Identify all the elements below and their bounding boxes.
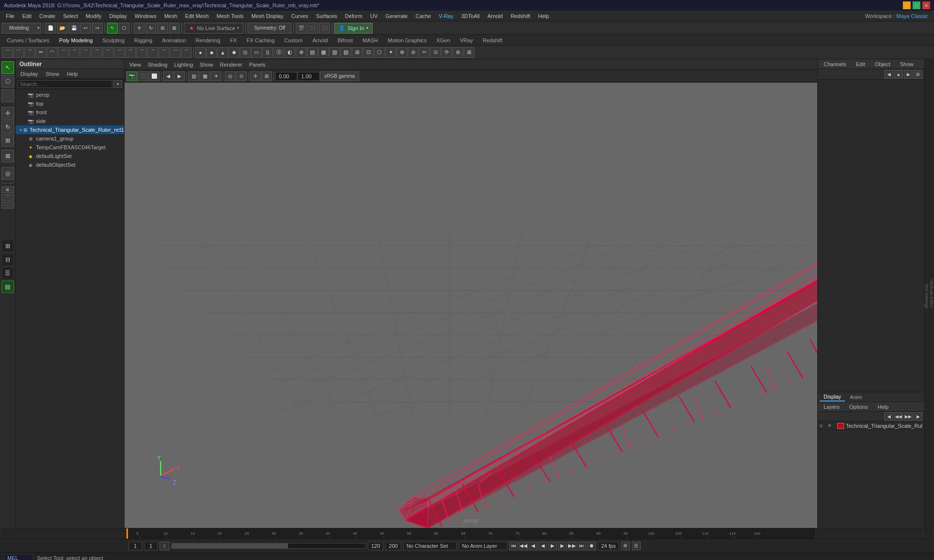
menu-select[interactable]: Select — [59, 12, 82, 20]
tree-item-main-mesh[interactable]: ▾ ▦ Technical_Triangular_Scale_Ruler_nct… — [16, 125, 124, 134]
vp-menu-shading[interactable]: Shading — [145, 61, 170, 69]
menu-redshift[interactable]: Redshift — [507, 12, 534, 20]
grid-icon[interactable]: ⊟ — [1, 253, 14, 266]
tab-poly-modeling[interactable]: Poly Modeling — [54, 36, 97, 44]
tree-item-side[interactable]: 📷 side — [16, 117, 124, 125]
playback-options-2[interactable]: ☰ — [632, 542, 641, 550]
tab-xgen[interactable]: XGen — [431, 36, 455, 44]
step-back-button[interactable]: ◀◀ — [519, 542, 528, 550]
diamond-tool[interactable]: ◆ — [229, 47, 239, 58]
vp-menu-panels[interactable]: Panels — [246, 61, 269, 69]
tab-bifrost[interactable]: Bifrost — [333, 36, 358, 44]
nurbs-tool-13[interactable]: ⊗ — [396, 47, 407, 58]
curve-tool-17[interactable]: ⌒ — [181, 47, 192, 58]
menu-help[interactable]: Help — [534, 12, 553, 20]
tree-item-front[interactable]: 📷 front — [16, 108, 124, 117]
vp-menu-lighting[interactable]: Lighting — [171, 61, 196, 69]
move-icon[interactable]: ✛ — [1, 107, 14, 120]
menu-windows[interactable]: Windows — [131, 12, 161, 20]
vp-next-icon[interactable]: ▶ — [174, 71, 185, 81]
playback-end-label[interactable]: 120 — [368, 542, 383, 550]
sign-in-button[interactable]: 👤 Sign In ▾ — [334, 23, 372, 34]
scale-icon[interactable]: ⊞ — [1, 134, 14, 147]
menu-create[interactable]: Create — [36, 12, 59, 20]
menu-deform[interactable]: Deform — [341, 12, 366, 20]
play-forward-button[interactable]: ▶ — [548, 542, 557, 550]
cb-channels-menu[interactable]: Channels — [821, 60, 849, 68]
tab-custom[interactable]: Custom — [279, 36, 307, 44]
nurbs-tool-15[interactable]: ✂ — [419, 47, 430, 58]
vp-bb-icon[interactable]: ⬛ — [138, 71, 148, 81]
timeline-icon[interactable]: ▤ — [1, 280, 14, 293]
outliner-search-button[interactable]: ▾ — [113, 80, 122, 88]
cone-tool[interactable]: ▲ — [217, 47, 228, 58]
far-right-tab-2[interactable]: Tool Settings — [924, 281, 929, 311]
scale-tool[interactable]: ⊞ — [157, 23, 168, 34]
vp-menu-view[interactable]: View — [126, 61, 144, 69]
tab-motion-graphics[interactable]: Motion Graphics — [383, 36, 431, 44]
render-icons-3[interactable]: ⬛ — [319, 23, 330, 34]
layer-back-icon[interactable]: ◀◀ — [894, 412, 903, 421]
curve-tool-7[interactable]: ⌒ — [69, 47, 80, 58]
playback-options-1[interactable]: ⚙ — [621, 542, 630, 550]
torus-tool[interactable]: ◎ — [240, 47, 251, 58]
far-right-tab[interactable]: Attribute Editor — [929, 277, 934, 310]
curve-tool-10[interactable]: ⌒ — [103, 47, 113, 58]
viewport-canvas[interactable]: X Y Z persp — [125, 83, 817, 528]
curve-tool-12[interactable]: ⌒ — [125, 47, 136, 58]
frame-start-input[interactable]: 1 — [128, 542, 142, 550]
curve-tool-11[interactable]: ⌒ — [114, 47, 125, 58]
rp-next-icon[interactable]: ▶ — [904, 70, 913, 79]
move-tool[interactable]: ✛ — [134, 23, 144, 34]
rotate-tool[interactable]: ↻ — [145, 23, 156, 34]
nurbs-tool-7[interactable]: ▧ — [329, 47, 340, 58]
ep-curve-tool[interactable]: ⌒ — [13, 47, 24, 58]
vp-grid-icon[interactable]: ⊞ — [261, 71, 272, 81]
outliner-display-menu[interactable]: Display — [18, 70, 41, 78]
layer-next-icon[interactable]: ▶ — [914, 412, 922, 421]
tab-mash[interactable]: MASH — [358, 36, 383, 44]
vp-cam-icon[interactable]: 📷 — [126, 71, 137, 81]
tab-vray[interactable]: VRay — [455, 36, 478, 44]
select-tool[interactable]: ↖ — [107, 23, 118, 34]
nurbs-tool-16[interactable]: ⊙ — [430, 47, 441, 58]
record-button[interactable]: ⏺ — [587, 542, 596, 550]
menu-mesh-tools[interactable]: Mesh Tools — [213, 12, 247, 20]
rp-keyframe-icon[interactable]: ◀ — [884, 70, 893, 79]
render-icons-1[interactable]: 🎬 — [296, 23, 306, 34]
curve-tool-15[interactable]: ⌒ — [159, 47, 169, 58]
tree-item-camera-group[interactable]: ⊕ camera1_group — [16, 134, 124, 143]
live-surface-button[interactable]: 🔺 No Live Surface ▾ — [184, 23, 243, 34]
cb-edit-menu[interactable]: Edit — [853, 60, 868, 68]
vp-gamma-toggle[interactable]: sRGB gamma — [320, 71, 359, 81]
lasso-tool[interactable]: ⬡ — [119, 23, 129, 34]
tab-display[interactable]: Display — [820, 393, 845, 402]
go-to-start-button[interactable]: ⏮ — [509, 542, 518, 550]
cube-tool[interactable]: ■ — [206, 47, 217, 58]
nurbs-tool-3[interactable]: ◐ — [285, 47, 295, 58]
nurbs-tool-14[interactable]: ⊘ — [408, 47, 418, 58]
menu-generate[interactable]: Generate — [381, 12, 412, 20]
help-menu-layers[interactable]: Help — [875, 403, 892, 411]
tab-rigging[interactable]: Rigging — [129, 36, 157, 44]
tree-expand-mesh[interactable]: ▾ — [19, 127, 22, 133]
rp-anim-icon[interactable]: ⊞ — [914, 70, 922, 79]
menu-arnold[interactable]: Arnold — [484, 12, 507, 20]
symmetry-off[interactable]: Symmetry: Off — [248, 23, 291, 34]
menu-surfaces[interactable]: Surfaces — [312, 12, 341, 20]
vp-snap-icon[interactable]: ✛ — [250, 71, 261, 81]
go-to-end-button[interactable]: ⏭ — [577, 542, 586, 550]
curve-tool-13[interactable]: ⌒ — [136, 47, 147, 58]
vp-prev-icon[interactable]: ◀ — [163, 71, 174, 81]
menu-mesh[interactable]: Mesh — [160, 12, 181, 20]
nurbs-tool-8[interactable]: ▨ — [341, 47, 351, 58]
playback-range[interactable] — [171, 543, 366, 549]
select-tool-icon[interactable]: ↖ — [1, 61, 14, 74]
tree-item-tempcam[interactable]: ✦ TempCamFBXASC046Target — [16, 143, 124, 152]
pencil-curve-tool[interactable]: ✏ — [36, 47, 46, 58]
curve-tool-14[interactable]: ⌒ — [147, 47, 158, 58]
menu-display[interactable]: Display — [106, 12, 131, 20]
render-icons-2[interactable]: ⬛ — [307, 23, 318, 34]
nurbs-tool-6[interactable]: ▦ — [318, 47, 329, 58]
new-scene-button[interactable]: 📄 — [45, 23, 56, 34]
